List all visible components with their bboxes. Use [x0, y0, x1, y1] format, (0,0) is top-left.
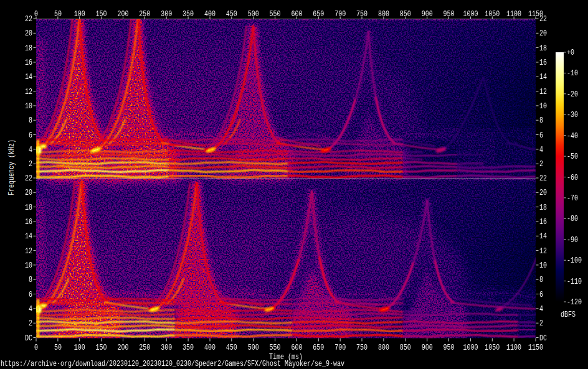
svg-text:-80: -80 — [567, 215, 578, 223]
svg-text:350: 350 — [183, 10, 194, 19]
svg-text:-40: -40 — [567, 132, 578, 141]
svg-text:300: 300 — [161, 10, 172, 19]
svg-text:6: 6 — [539, 291, 543, 299]
svg-text:DC: DC — [25, 334, 32, 343]
svg-text:950: 950 — [443, 343, 455, 352]
svg-text:300: 300 — [161, 343, 172, 352]
svg-text:22: 22 — [539, 15, 547, 24]
svg-text:500: 500 — [248, 10, 259, 19]
svg-text:900: 900 — [422, 10, 433, 19]
svg-text:350: 350 — [183, 343, 194, 352]
svg-text:18: 18 — [539, 203, 547, 212]
svg-text:50: 50 — [54, 343, 62, 352]
svg-text:1100: 1100 — [506, 10, 521, 19]
svg-text:12: 12 — [539, 88, 547, 96]
svg-text:10: 10 — [539, 261, 547, 270]
svg-text:150: 150 — [96, 10, 107, 19]
svg-text:950: 950 — [443, 10, 455, 19]
svg-text:650: 650 — [313, 343, 324, 352]
svg-text:18: 18 — [25, 44, 32, 53]
svg-text:14: 14 — [25, 232, 32, 241]
svg-text:+0: +0 — [567, 49, 574, 57]
svg-text:1050: 1050 — [485, 343, 500, 352]
svg-text:8: 8 — [29, 276, 32, 284]
svg-text:16: 16 — [25, 218, 32, 227]
svg-text:14: 14 — [539, 73, 547, 82]
svg-text:650: 650 — [313, 10, 324, 19]
svg-text:22: 22 — [25, 174, 32, 183]
svg-text:850: 850 — [400, 343, 411, 352]
svg-text:20: 20 — [539, 189, 547, 197]
svg-text:400: 400 — [204, 10, 216, 19]
svg-text:6: 6 — [29, 131, 32, 140]
svg-text:16: 16 — [539, 218, 547, 227]
svg-text:-90: -90 — [567, 236, 578, 245]
svg-text:6: 6 — [539, 131, 543, 140]
svg-text:-70: -70 — [567, 194, 578, 203]
svg-text:8: 8 — [539, 276, 543, 284]
svg-text:-60: -60 — [567, 174, 578, 182]
svg-text:18: 18 — [539, 44, 547, 53]
svg-text:550: 550 — [270, 343, 281, 352]
svg-text:800: 800 — [378, 10, 389, 19]
svg-text:10: 10 — [25, 261, 32, 270]
svg-text:Frequency (kHz): Frequency (kHz) — [7, 139, 16, 195]
svg-text:0: 0 — [34, 10, 38, 19]
svg-text:150: 150 — [96, 343, 107, 352]
svg-text:750: 750 — [356, 10, 368, 19]
svg-text:100: 100 — [74, 343, 85, 352]
svg-text:-30: -30 — [567, 111, 578, 119]
svg-text:dBFS: dBFS — [561, 311, 576, 319]
svg-text:18: 18 — [25, 203, 32, 212]
svg-text:500: 500 — [248, 343, 259, 352]
svg-text:550: 550 — [270, 10, 281, 19]
svg-text:16: 16 — [539, 58, 547, 67]
svg-text:700: 700 — [334, 10, 346, 19]
svg-text:-50: -50 — [567, 152, 578, 161]
svg-text:2: 2 — [539, 160, 543, 169]
svg-text:DC: DC — [539, 334, 547, 343]
svg-text:6: 6 — [29, 291, 32, 299]
svg-text:2: 2 — [29, 319, 32, 328]
svg-text:750: 750 — [356, 343, 368, 352]
svg-text:1000: 1000 — [463, 343, 478, 352]
svg-text:20: 20 — [25, 29, 32, 38]
svg-text:400: 400 — [204, 343, 216, 352]
svg-text:200: 200 — [118, 343, 129, 352]
svg-text:https://archive·org/download/2: https://archive·org/download/20230120_20… — [1, 360, 344, 368]
svg-text:-20: -20 — [567, 90, 578, 99]
svg-text:200: 200 — [118, 10, 129, 19]
svg-text:1050: 1050 — [485, 10, 500, 19]
svg-text:10: 10 — [25, 102, 32, 111]
svg-text:-100: -100 — [567, 256, 582, 265]
svg-text:-120: -120 — [567, 298, 582, 307]
svg-text:22: 22 — [539, 174, 547, 183]
svg-text:1100: 1100 — [506, 343, 521, 352]
svg-text:2: 2 — [29, 160, 32, 169]
svg-text:450: 450 — [226, 10, 237, 19]
svg-text:4: 4 — [29, 146, 32, 154]
svg-text:8: 8 — [539, 116, 543, 125]
svg-text:20: 20 — [539, 29, 547, 38]
svg-text:850: 850 — [400, 10, 411, 19]
svg-text:2: 2 — [539, 319, 543, 328]
svg-text:250: 250 — [139, 343, 150, 352]
svg-text:0: 0 — [34, 343, 38, 352]
svg-text:1150: 1150 — [528, 343, 543, 352]
svg-text:22: 22 — [25, 15, 32, 24]
svg-text:20: 20 — [25, 189, 32, 197]
svg-text:16: 16 — [25, 58, 32, 67]
svg-text:100: 100 — [74, 10, 85, 19]
svg-text:700: 700 — [334, 343, 346, 352]
svg-text:600: 600 — [291, 10, 302, 19]
svg-text:600: 600 — [291, 343, 302, 352]
svg-text:250: 250 — [139, 10, 150, 19]
svg-text:12: 12 — [25, 247, 32, 256]
svg-text:4: 4 — [29, 305, 32, 314]
svg-text:-10: -10 — [567, 69, 578, 78]
svg-text:8: 8 — [29, 116, 32, 125]
svg-text:800: 800 — [378, 343, 389, 352]
svg-text:10: 10 — [539, 102, 547, 111]
svg-text:900: 900 — [422, 343, 433, 352]
svg-text:12: 12 — [25, 88, 32, 96]
